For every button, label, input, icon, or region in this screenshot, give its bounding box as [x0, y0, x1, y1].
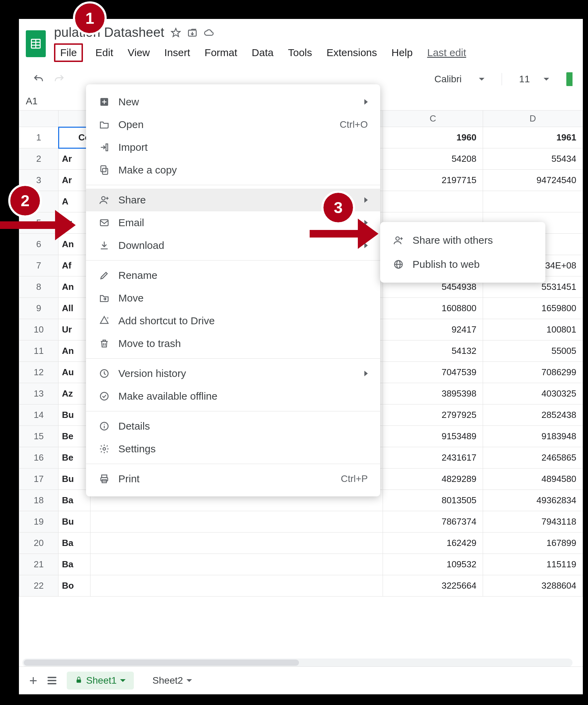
- menu-view[interactable]: View: [126, 45, 152, 60]
- menu-item-print[interactable]: Print Ctrl+P: [86, 467, 380, 490]
- font-size-selector[interactable]: 11: [519, 74, 530, 85]
- cell[interactable]: Ba: [58, 554, 90, 575]
- row-header[interactable]: 13: [19, 383, 58, 404]
- cell[interactable]: 4030325: [483, 383, 582, 404]
- move-to-drive-icon[interactable]: [187, 28, 197, 38]
- cell[interactable]: 3895398: [383, 383, 483, 404]
- menu-item-trash[interactable]: Move to trash: [86, 332, 380, 355]
- cell[interactable]: 3225664: [383, 575, 483, 597]
- cell[interactable]: [90, 533, 383, 554]
- row-header[interactable]: 11: [19, 340, 58, 362]
- cell[interactable]: Bu: [58, 469, 90, 490]
- cell[interactable]: 9183948: [483, 426, 582, 447]
- all-sheets-icon[interactable]: [47, 677, 56, 684]
- font-family-selector[interactable]: Calibri: [434, 74, 461, 85]
- cell[interactable]: [90, 554, 383, 575]
- cell[interactable]: 4894580: [483, 469, 582, 490]
- cell[interactable]: 7047539: [383, 362, 483, 383]
- cell[interactable]: Bo: [58, 575, 90, 597]
- cell[interactable]: A: [58, 191, 90, 212]
- cell[interactable]: All: [58, 298, 90, 319]
- cell[interactable]: Au: [58, 362, 90, 383]
- doc-title[interactable]: pulation Datasheet: [54, 25, 164, 40]
- cell[interactable]: Be: [58, 447, 90, 469]
- cell[interactable]: 167899: [483, 533, 582, 554]
- menu-item-offline[interactable]: Make available offline: [86, 385, 380, 408]
- chevron-down-icon[interactable]: [120, 679, 126, 682]
- cell[interactable]: 94724540: [483, 170, 582, 191]
- sheet-tab-sheet1[interactable]: Sheet1: [67, 672, 134, 690]
- cell[interactable]: Co: [58, 127, 90, 148]
- cell[interactable]: [483, 191, 582, 212]
- cell[interactable]: 3288604: [483, 575, 582, 597]
- menu-format[interactable]: Format: [203, 45, 239, 60]
- row-header[interactable]: 12: [19, 362, 58, 383]
- cell[interactable]: 2431617: [383, 447, 483, 469]
- menu-item-make-copy[interactable]: Make a copy: [86, 159, 380, 181]
- col-header-C[interactable]: C: [383, 111, 483, 127]
- last-edit-link[interactable]: Last edit: [425, 45, 468, 60]
- cell[interactable]: 49362834: [483, 490, 582, 511]
- cell[interactable]: An: [58, 276, 90, 298]
- cell[interactable]: 1608800: [383, 298, 483, 319]
- cell[interactable]: 2852438: [483, 404, 582, 426]
- row-header[interactable]: 10: [19, 319, 58, 340]
- cell[interactable]: Az: [58, 383, 90, 404]
- menu-item-open[interactable]: Open Ctrl+O: [86, 113, 380, 136]
- menu-edit[interactable]: Edit: [93, 45, 115, 60]
- row-header[interactable]: 16: [19, 447, 58, 469]
- cell[interactable]: 162429: [383, 533, 483, 554]
- cell[interactable]: Be: [58, 426, 90, 447]
- menu-help[interactable]: Help: [389, 45, 415, 60]
- cell[interactable]: 1960: [383, 127, 483, 148]
- sheets-logo-icon[interactable]: [26, 30, 46, 57]
- menu-extensions[interactable]: Extensions: [324, 45, 379, 60]
- row-header[interactable]: 7: [19, 255, 58, 276]
- cell[interactable]: [90, 575, 383, 597]
- row-header[interactable]: 18: [19, 490, 58, 511]
- row-header[interactable]: 17: [19, 469, 58, 490]
- cell[interactable]: 7086299: [483, 362, 582, 383]
- cell[interactable]: 2197715: [383, 170, 483, 191]
- cell[interactable]: 9153489: [383, 426, 483, 447]
- col-header-D[interactable]: D: [483, 111, 582, 127]
- menu-item-settings[interactable]: Settings: [86, 438, 380, 460]
- submenu-item-share-others[interactable]: Share with others: [380, 228, 545, 252]
- col-header-A[interactable]: [58, 111, 90, 127]
- name-box[interactable]: A1: [22, 94, 71, 109]
- redo-icon[interactable]: [53, 73, 65, 85]
- row-header[interactable]: 22: [19, 575, 58, 597]
- row-header[interactable]: 14: [19, 404, 58, 426]
- cell[interactable]: 1659800: [483, 298, 582, 319]
- row-header[interactable]: 20: [19, 533, 58, 554]
- cell[interactable]: Ar: [58, 170, 90, 191]
- cell[interactable]: 92417: [383, 319, 483, 340]
- chevron-down-icon[interactable]: [544, 78, 549, 81]
- cell[interactable]: An: [58, 340, 90, 362]
- cell[interactable]: 8013505: [383, 490, 483, 511]
- cell[interactable]: 115119: [483, 554, 582, 575]
- menu-item-add-shortcut[interactable]: + Add shortcut to Drive: [86, 309, 380, 332]
- cell[interactable]: 109532: [383, 554, 483, 575]
- cell[interactable]: 2797925: [383, 404, 483, 426]
- menu-file[interactable]: File: [54, 43, 83, 62]
- cell[interactable]: 7867374: [383, 511, 483, 533]
- fill-color-accent[interactable]: [566, 72, 573, 86]
- chevron-down-icon[interactable]: [186, 679, 192, 682]
- cell[interactable]: 7943118: [483, 511, 582, 533]
- menu-item-details[interactable]: Details: [86, 415, 380, 438]
- row-header[interactable]: 2: [19, 148, 58, 170]
- horizontal-scrollbar[interactable]: [22, 659, 573, 667]
- cell[interactable]: 1961: [483, 127, 582, 148]
- cell[interactable]: 54208: [383, 148, 483, 170]
- cell[interactable]: 55434: [483, 148, 582, 170]
- cell[interactable]: Bu: [58, 511, 90, 533]
- menu-item-import[interactable]: Import: [86, 136, 380, 159]
- cell[interactable]: 2465865: [483, 447, 582, 469]
- row-header[interactable]: 1: [19, 127, 58, 148]
- menu-tools[interactable]: Tools: [286, 45, 314, 60]
- undo-icon[interactable]: [33, 73, 44, 85]
- menu-data[interactable]: Data: [250, 45, 276, 60]
- row-header[interactable]: 21: [19, 554, 58, 575]
- cell[interactable]: [90, 511, 383, 533]
